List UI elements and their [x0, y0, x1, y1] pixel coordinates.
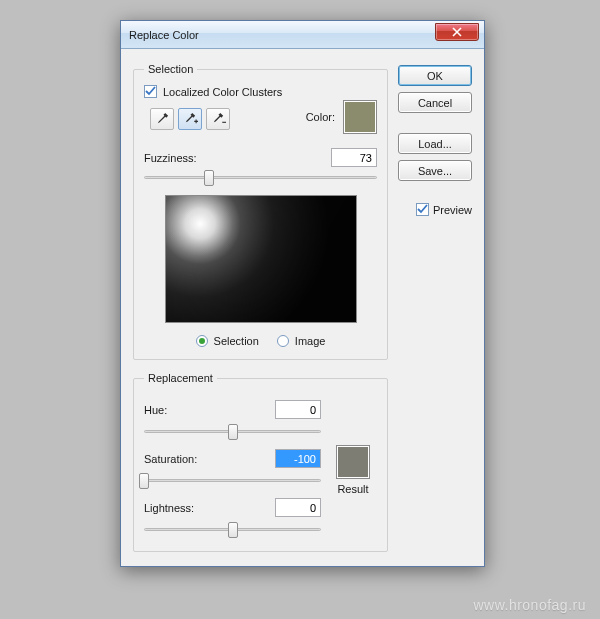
lightness-label: Lightness:	[144, 502, 194, 514]
replacement-legend: Replacement	[144, 372, 217, 384]
fuzziness-slider[interactable]	[144, 169, 377, 187]
lightness-slider[interactable]	[144, 521, 321, 539]
saturation-thumb[interactable]	[139, 473, 149, 489]
check-icon	[417, 204, 428, 215]
preview-label: Preview	[433, 204, 472, 216]
titlebar[interactable]: Replace Color	[121, 21, 484, 49]
eyedropper-minus-icon	[211, 112, 226, 127]
selection-group: Selection Localized Color Clusters	[133, 63, 388, 360]
mode-selection-label: Selection	[214, 335, 259, 347]
result-label: Result	[337, 483, 368, 495]
mode-image-radio[interactable]	[277, 335, 289, 347]
lightness-thumb[interactable]	[228, 522, 238, 538]
result-swatch[interactable]	[336, 445, 370, 479]
eyedropper-plus-icon	[183, 112, 198, 127]
mode-image-label: Image	[295, 335, 326, 347]
mode-selection-radio[interactable]	[196, 335, 208, 347]
localized-checkbox[interactable]	[144, 85, 157, 98]
preview-checkbox[interactable]	[416, 203, 429, 216]
saturation-slider[interactable]	[144, 472, 321, 490]
cancel-button[interactable]: Cancel	[398, 92, 472, 113]
eyedropper-button[interactable]	[150, 108, 174, 130]
eyedropper-minus-button[interactable]	[206, 108, 230, 130]
color-label: Color:	[306, 111, 335, 123]
hue-input[interactable]	[275, 400, 321, 419]
fuzziness-label: Fuzziness:	[144, 152, 197, 164]
save-button[interactable]: Save...	[398, 160, 472, 181]
window-title: Replace Color	[129, 29, 199, 41]
close-button[interactable]	[435, 23, 479, 41]
saturation-input[interactable]	[275, 449, 321, 468]
fuzziness-thumb[interactable]	[204, 170, 214, 186]
fuzziness-input[interactable]	[331, 148, 377, 167]
radio-dot	[199, 338, 205, 344]
hue-label: Hue:	[144, 404, 167, 416]
color-swatch[interactable]	[343, 100, 377, 134]
eyedropper-icon	[155, 112, 170, 127]
eyedropper-plus-button[interactable]	[178, 108, 202, 130]
watermark: www.hronofag.ru	[473, 597, 586, 613]
saturation-label: Saturation:	[144, 453, 197, 465]
replace-color-dialog: Replace Color Selection Localized Color …	[120, 20, 485, 567]
hue-thumb[interactable]	[228, 424, 238, 440]
close-icon	[452, 27, 462, 37]
selection-preview	[165, 195, 357, 323]
check-icon	[145, 86, 156, 97]
replacement-group: Replacement Hue: Saturation:	[133, 372, 388, 552]
lightness-input[interactable]	[275, 498, 321, 517]
localized-label: Localized Color Clusters	[163, 86, 282, 98]
load-button[interactable]: Load...	[398, 133, 472, 154]
hue-slider[interactable]	[144, 423, 321, 441]
selection-legend: Selection	[144, 63, 197, 75]
ok-button[interactable]: OK	[398, 65, 472, 86]
